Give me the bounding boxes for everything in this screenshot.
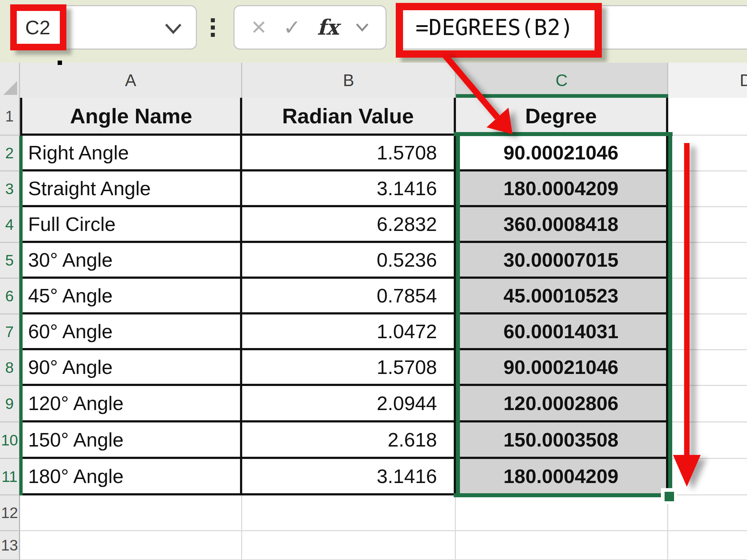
cell-A9[interactable]: 120° Angle xyxy=(20,386,242,422)
cell-B12[interactable] xyxy=(242,495,456,531)
cell-B6[interactable]: 0.7854 xyxy=(242,279,456,314)
row-header-5[interactable]: 5 xyxy=(0,243,20,279)
cell-B11[interactable]: 3.1416 xyxy=(242,459,456,495)
formula-bar-chrome: C2 ✕ ✓ fx =DEGREES(B2) xyxy=(0,0,747,63)
drag-handle-dots-icon[interactable] xyxy=(211,18,215,40)
cell-D2[interactable] xyxy=(668,136,747,171)
selection-border-left xyxy=(456,132,460,497)
cell-B9[interactable]: 2.0944 xyxy=(242,386,456,422)
cell-D7[interactable] xyxy=(668,314,747,350)
cell-A3[interactable]: Straight Angle xyxy=(20,171,242,207)
cell-D12[interactable] xyxy=(668,495,747,531)
cell-B13[interactable] xyxy=(242,531,456,560)
cell-D1[interactable] xyxy=(668,98,747,136)
cell-D4[interactable] xyxy=(668,207,747,243)
annotation-formula-highlight xyxy=(396,3,602,58)
cell-B7[interactable]: 1.0472 xyxy=(242,314,456,350)
cell-A7[interactable]: 60° Angle xyxy=(20,314,242,350)
column-header-c[interactable]: C xyxy=(456,63,668,98)
annotation-namebox-highlight xyxy=(10,4,66,50)
cell-C6[interactable]: 45.00010523 xyxy=(456,279,668,314)
row-header-8[interactable]: 8 xyxy=(0,350,20,386)
cell-A10[interactable]: 150° Angle xyxy=(20,422,242,459)
cell-D10[interactable] xyxy=(668,422,747,459)
chevron-down-small-icon[interactable] xyxy=(355,22,369,33)
cell-A11[interactable]: 180° Angle xyxy=(20,459,242,495)
cell-C10[interactable]: 150.0003508 xyxy=(456,422,668,459)
cell-A5[interactable]: 30° Angle xyxy=(20,243,242,279)
select-all-button[interactable] xyxy=(0,63,20,98)
excel-window: C2 ✕ ✓ fx =DEGREES(B2) ABCD 1Angle NameR… xyxy=(0,0,747,560)
cell-C3[interactable]: 180.0004209 xyxy=(456,171,668,207)
cell-D5[interactable] xyxy=(668,243,747,279)
cell-B3[interactable]: 3.1416 xyxy=(242,171,456,207)
cell-C4[interactable]: 360.0008418 xyxy=(456,207,668,243)
cell-A12[interactable] xyxy=(20,495,242,531)
cell-C2[interactable]: 90.00021046 xyxy=(456,136,668,171)
row-header-1[interactable]: 1 xyxy=(0,98,20,136)
cell-D13[interactable] xyxy=(668,531,747,560)
cell-A1[interactable]: Angle Name xyxy=(20,98,242,136)
cell-C1[interactable]: Degree xyxy=(456,98,668,136)
cell-B8[interactable]: 1.5708 xyxy=(242,350,456,386)
row-header-6[interactable]: 6 xyxy=(0,279,20,314)
cell-B1[interactable]: Radian Value xyxy=(242,98,456,136)
cell-A13[interactable] xyxy=(20,531,242,560)
column-header-b[interactable]: B xyxy=(242,63,456,98)
row-header-3[interactable]: 3 xyxy=(0,171,20,207)
row-header-13[interactable]: 13 xyxy=(0,531,20,560)
cancel-icon[interactable]: ✕ xyxy=(251,16,267,39)
column-header-a[interactable]: A xyxy=(20,63,242,98)
row-header-11[interactable]: 11 xyxy=(0,459,20,495)
cell-A2[interactable]: Right Angle xyxy=(20,136,242,171)
cell-D11[interactable] xyxy=(668,459,747,495)
formula-toolbar: ✕ ✓ fx xyxy=(233,5,387,50)
cell-A8[interactable]: 90° Angle xyxy=(20,350,242,386)
cell-B5[interactable]: 0.5236 xyxy=(242,243,456,279)
column-headers: ABCD xyxy=(0,63,747,99)
cell-C11[interactable]: 180.0004209 xyxy=(456,459,668,495)
screen-artifact-dot xyxy=(58,61,62,65)
cell-B10[interactable]: 2.618 xyxy=(242,422,456,459)
chevron-down-icon[interactable] xyxy=(164,22,183,36)
cell-C12[interactable] xyxy=(456,495,668,531)
cell-A6[interactable]: 45° Angle xyxy=(20,279,242,314)
row-header-4[interactable]: 4 xyxy=(0,207,20,243)
select-all-triangle-icon xyxy=(3,81,17,95)
cell-D9[interactable] xyxy=(668,386,747,422)
cell-C5[interactable]: 30.00007015 xyxy=(456,243,668,279)
cell-C7[interactable]: 60.00014031 xyxy=(456,314,668,350)
cell-D3[interactable] xyxy=(668,171,747,207)
cell-C8[interactable]: 90.00021046 xyxy=(456,350,668,386)
row-header-12[interactable]: 12 xyxy=(0,495,20,531)
row-header-2[interactable]: 2 xyxy=(0,136,20,171)
row-header-7[interactable]: 7 xyxy=(0,314,20,350)
cell-B2[interactable]: 1.5708 xyxy=(242,136,456,171)
confirm-icon[interactable]: ✓ xyxy=(283,15,301,40)
row-header-9[interactable]: 9 xyxy=(0,386,20,422)
selected-rows-accent-bar xyxy=(19,136,23,495)
cell-D6[interactable] xyxy=(668,279,747,314)
cell-A4[interactable]: Full Circle xyxy=(20,207,242,243)
selection-border-right xyxy=(668,132,672,497)
cell-C9[interactable]: 120.0002806 xyxy=(456,386,668,422)
selection-border-top xyxy=(454,132,673,136)
cell-C13[interactable] xyxy=(456,531,668,560)
column-header-d[interactable]: D xyxy=(668,63,747,98)
insert-function-icon[interactable]: fx xyxy=(317,15,339,40)
selection-border-bottom xyxy=(454,493,664,497)
selected-column-header-underline xyxy=(456,94,668,98)
row-header-10[interactable]: 10 xyxy=(0,422,20,459)
fill-handle[interactable] xyxy=(665,492,674,501)
cell-B4[interactable]: 6.2832 xyxy=(242,207,456,243)
cell-D8[interactable] xyxy=(668,350,747,386)
